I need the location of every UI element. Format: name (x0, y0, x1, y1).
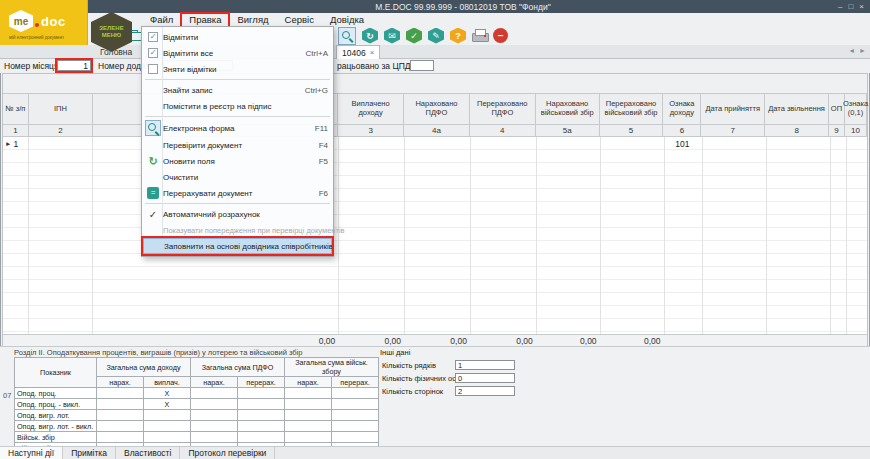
col-header[interactable]: Дата прийняття (701, 94, 765, 125)
tab-note[interactable]: Примітка (63, 447, 116, 459)
menu-item-clear[interactable]: Очистити (143, 169, 332, 185)
tab-scroll-left-icon[interactable]: ◄ (848, 47, 855, 54)
stop-icon[interactable]: – (493, 28, 508, 43)
cell-input[interactable] (191, 432, 238, 443)
tab-properties[interactable]: Властивості (116, 447, 180, 459)
tab-document[interactable]: 10406 × (336, 45, 380, 59)
cell-input[interactable] (191, 388, 238, 399)
menu-item-mark-all[interactable]: ✓ Відмітити все Ctrl+A (143, 45, 332, 61)
cell-input[interactable] (332, 410, 379, 421)
menu-item-mark[interactable]: ✓ Відмітити (143, 29, 332, 45)
cell-input[interactable] (285, 432, 332, 443)
table-row: Опод. проц. - викл. X (15, 399, 379, 410)
cell-input[interactable] (238, 421, 285, 432)
col-header[interactable]: № з/п (3, 94, 29, 125)
col-header[interactable]: Нараховано ПДФО (404, 94, 470, 125)
group-header: Загальна сума військ. збору (285, 358, 379, 377)
cell[interactable] (404, 137, 470, 150)
menu-item-unmark[interactable]: Зняти відмітки (143, 61, 332, 77)
menu-item-label: Заповнити на основі довідника співробітн… (164, 242, 333, 251)
grid-body[interactable]: ► 1 101 0,00 0,00 (3, 137, 867, 347)
sync-icon[interactable]: ↻ (362, 28, 378, 44)
send-icon[interactable]: ✉ (384, 28, 400, 44)
pages-count-input[interactable]: 2 (455, 386, 515, 396)
print-icon[interactable] (472, 29, 487, 42)
col-header[interactable]: Перераховано військовий збір (600, 94, 664, 125)
menu-service[interactable]: Сервіс (278, 14, 321, 26)
cell[interactable] (338, 137, 404, 150)
persons-count-input[interactable]: 0 (455, 373, 515, 383)
col-number: 3 (338, 125, 404, 137)
cell-input[interactable] (238, 399, 285, 410)
cell-input[interactable] (332, 432, 379, 443)
search-icon[interactable] (338, 27, 356, 45)
menu-help[interactable]: Довідка (323, 14, 371, 26)
cpd-input[interactable] (410, 60, 434, 71)
cell[interactable] (765, 137, 829, 150)
close-tab-icon[interactable]: × (370, 48, 375, 57)
month-input[interactable]: 1 (57, 60, 91, 71)
cell-input[interactable] (332, 388, 379, 399)
cell[interactable] (536, 137, 600, 150)
minimize-button[interactable]: – (838, 2, 842, 11)
cell-input[interactable] (191, 410, 238, 421)
cell-input[interactable] (97, 410, 144, 421)
menu-item-refresh-fields[interactable]: Оновити поля F5 (143, 153, 332, 169)
menu-item-electronic-form[interactable]: Електронна форма F11 (143, 119, 332, 137)
table-row[interactable]: ► 1 101 (3, 137, 867, 150)
menu-item-put-to-registry[interactable]: Помістити в реєстр на підпис (143, 98, 332, 114)
cell-input[interactable] (285, 421, 332, 432)
cell-input[interactable] (144, 410, 191, 421)
other-data-row: Кількість сторінок 2 (380, 386, 530, 399)
cell-input[interactable] (238, 410, 285, 421)
col-header[interactable]: Нараховано військовий збір (536, 94, 600, 125)
menu-file[interactable]: Файл (143, 14, 180, 26)
close-button[interactable]: × (859, 2, 864, 11)
section-two-title: Розділ ІІ. Оподаткування процентів, вигр… (14, 348, 302, 357)
menu-item-check-document[interactable]: Перевірити документ F4 (143, 137, 332, 153)
cell-input[interactable] (285, 410, 332, 421)
menu-edit[interactable]: Правка (182, 14, 228, 26)
rows-count-input[interactable]: 1 (455, 360, 515, 370)
menu-item-auto-calc[interactable]: Автоматичний розрахунок (143, 206, 332, 222)
cell-input[interactable] (285, 399, 332, 410)
help-icon[interactable]: ? (450, 28, 466, 44)
cell[interactable] (29, 137, 93, 150)
cell-input[interactable] (191, 421, 238, 432)
col-header[interactable]: Дата звільнення (765, 94, 829, 125)
tab-next-actions[interactable]: Наступні дії (0, 447, 63, 459)
cell[interactable] (470, 137, 536, 150)
cell-input[interactable] (97, 399, 144, 410)
cell[interactable] (600, 137, 664, 150)
tab-scroll-right-icon[interactable]: ► (859, 47, 866, 54)
menu-item-fill-from-employees[interactable]: Заповнити на основі довідника співробітн… (143, 238, 332, 254)
cell-input[interactable] (144, 421, 191, 432)
menu-item-find-record[interactable]: Знайти запис Ctrl+G (143, 82, 332, 98)
col-header[interactable]: Перераховано ПДФО (470, 94, 536, 125)
maximize-button[interactable]: □ (848, 2, 853, 11)
cell-input[interactable] (191, 399, 238, 410)
cell-input[interactable] (238, 388, 285, 399)
edit-icon[interactable]: ✎ (428, 28, 444, 44)
cell-input[interactable] (97, 388, 144, 399)
cell[interactable] (701, 137, 765, 150)
verify-icon[interactable]: ✓ (406, 28, 422, 44)
col-header[interactable]: Ознака доходу (663, 94, 701, 125)
tab-check-protocol[interactable]: Протокол перевірки (180, 447, 275, 459)
cell-input[interactable] (285, 388, 332, 399)
cell-input[interactable] (332, 421, 379, 432)
cell[interactable] (829, 137, 845, 150)
menu-view[interactable]: Вигляд (230, 14, 275, 26)
col-header[interactable]: ІПН (29, 94, 93, 125)
sub-header: нарах. (191, 377, 238, 388)
cell-input[interactable] (97, 432, 144, 443)
cell[interactable] (845, 137, 867, 150)
menu-item-recalculate[interactable]: Перерахувати документ F6 (143, 185, 332, 201)
cell-input[interactable] (97, 421, 144, 432)
cell-input[interactable] (332, 399, 379, 410)
income-code-cell[interactable]: 101 (663, 137, 701, 150)
cell-input[interactable] (238, 432, 285, 443)
col-header[interactable]: Ознака (0,1) (845, 94, 867, 125)
cell-input[interactable] (144, 432, 191, 443)
col-header[interactable]: Виплачено доходу (338, 94, 404, 125)
